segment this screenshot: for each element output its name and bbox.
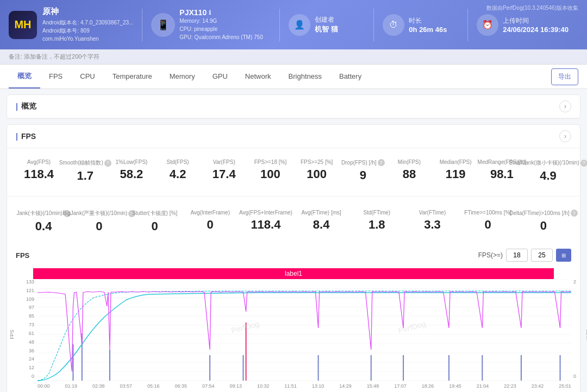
tab-network[interactable]: Network	[236, 66, 280, 88]
fps-chart-header: FPS FPS(>=) ⊞	[7, 244, 580, 266]
fps-metric-FPS__25____: FPS>=25 [%]100	[294, 155, 340, 187]
app-icon: MH	[9, 11, 37, 39]
help-icon[interactable]: ?	[378, 159, 385, 166]
upload-section: ⏰ 上传时间 24/06/2024 16:39:40	[477, 14, 569, 36]
svg-text:PerfDog: PerfDog	[397, 319, 427, 335]
fps-legend: FPS Smooth 1%Low(FPS) SmallJank Jank Big…	[7, 390, 580, 392]
fps-chart-title: FPS	[16, 251, 29, 260]
duration-section: ⏱ 时长 0h 26m 46s	[383, 14, 459, 36]
fps-chart-wrapper: label1 13312110997857361483624120 20 FPS…	[7, 266, 580, 390]
fps-metrics-row2: Jank(卡顿)(/10min)?0.4BigJank(严重卡顿)(/10min…	[7, 199, 580, 244]
tab-temperature[interactable]: Temperature	[104, 66, 161, 88]
fps-controls: FPS(>=) ⊞	[478, 249, 571, 262]
duration-label: 时长	[409, 16, 447, 26]
tab-brightness[interactable]: Brightness	[280, 66, 330, 88]
fps-metric-Delta_FTime__100ms___h_: Delta(FTime)>100ms [/h]?0	[516, 205, 571, 238]
app-package: com.miHoYo.Yuanshen	[42, 35, 133, 43]
device-memory: Memory: 14.9G	[179, 17, 263, 25]
fps-metric-Drop_FPS____h_: Drop(FPS) [/h]?9	[340, 155, 386, 187]
tab-battery[interactable]: Battery	[330, 66, 370, 88]
fps-metric-Std_FPS_: Std(FPS)4.2	[155, 155, 201, 187]
fps-metric-Median_FPS_: Median(FPS)119	[433, 155, 479, 187]
help-icon[interactable]: ?	[571, 210, 578, 217]
tab-memory[interactable]: Memory	[161, 66, 204, 88]
tab-cpu[interactable]: CPU	[71, 66, 103, 88]
fps-title: FPS	[16, 132, 36, 141]
fps-section: FPS › Avg(FPS)118.4Smooth(稳帧指数)?1.71%Low…	[7, 124, 580, 392]
device-cpu: CPU: pineapple	[179, 25, 263, 33]
x-axis: 00:0001:1902:3803:5705:1606:3507:5409:13…	[38, 382, 571, 390]
app-name: 原神	[42, 7, 133, 17]
tab-gpu[interactable]: GPU	[204, 66, 236, 88]
app-version-name: Android版本名: 4.7.0_23093867_23...	[42, 18, 133, 27]
svg-text:PerfDog: PerfDog	[230, 319, 260, 335]
duration-icon: ⏱	[383, 14, 404, 36]
fps-metric-1_Low_FPS_: 1%Low(FPS)58.2	[108, 155, 154, 187]
fps-toggle[interactable]: ›	[559, 130, 571, 142]
creator-icon: 👤	[289, 14, 310, 36]
fps-metric-Smooth______: Smooth(稳帧指数)?1.7	[62, 155, 108, 187]
upload-value: 24/06/2024 16:39:40	[503, 26, 569, 34]
device-section: 📱 PJX110 ℹ Memory: 14.9G CPU: pineapple …	[151, 8, 271, 41]
header-divider-2	[279, 9, 280, 41]
upload-label: 上传时间	[503, 16, 569, 26]
y-axis-left: 13312110997857361483624120	[11, 279, 34, 379]
note-placeholder: 备注: 添加备注，不超过200个字符	[9, 53, 99, 60]
chart-label-banner: label1	[33, 268, 554, 279]
overview-toggle[interactable]: ›	[559, 100, 571, 112]
tab-fps[interactable]: FPS	[40, 66, 71, 88]
fps-threshold-2[interactable]	[531, 249, 553, 262]
fps-metric-Avg_FPS_InterFrame_: Avg(FPS+InterFrame)118.4	[238, 205, 294, 238]
fps-metrics-row1: Avg(FPS)118.4Smooth(稳帧指数)?1.71%Low(FPS)5…	[7, 148, 580, 194]
fps-y-label: FPS	[9, 330, 15, 339]
creator-value: 机智 猫	[315, 24, 338, 34]
overview-section: 概览 ›	[7, 94, 580, 119]
fps-metric-Stutter_________: Stutter(卡顿度) [%]0	[127, 205, 182, 238]
fps-metric-SmallJank________10min_: SmallJank(微小卡顿)(/10min)?4.9	[525, 155, 571, 187]
app-version-code: Android版本号: 809	[42, 27, 133, 35]
fps-ge-label: FPS(>=)	[478, 251, 503, 259]
fps-metric-Var_FTime_: Var(FTime)3.3	[404, 205, 460, 238]
header-divider-1	[142, 9, 142, 41]
tabs-bar: 概览 FPS CPU Temperature Memory GPU Networ…	[0, 65, 587, 89]
fps-metric-FTime__100ms____: FTime>=100ms [%]0	[460, 205, 516, 238]
fps-metric-FPS__18____: FPS>=18 [%]100	[247, 155, 294, 187]
fps-chart-svg: PerfDog PerfDog	[38, 279, 571, 382]
header-divider-4	[467, 9, 468, 41]
watermark: 数据由PerfDog(10.3.240546)版本收集	[486, 4, 578, 12]
fps-threshold-1[interactable]	[506, 249, 528, 262]
fps-metric-Std_FTime_: Std(FTime)1.8	[349, 205, 404, 238]
creator-section: 👤 创建者 机智 猫	[289, 14, 365, 36]
device-name: PJX110 ℹ	[179, 8, 263, 17]
upload-icon: ⏰	[477, 14, 498, 36]
overview-title: 概览	[16, 102, 36, 111]
duration-value: 0h 26m 46s	[409, 26, 447, 34]
fps-metric-Avg_FTime___ms_: Avg(FTime) [ms]8.4	[294, 205, 349, 238]
fps-metric-Min_FPS_: Min(FPS)88	[386, 155, 432, 187]
y-axis-right: 20	[573, 279, 586, 379]
tab-overview[interactable]: 概览	[9, 65, 40, 88]
fps-metric-BigJank________10min_: BigJank(严重卡顿)(/10min)?0	[71, 205, 127, 238]
chart-view-toggle[interactable]: ⊞	[556, 249, 571, 262]
device-gpu: GPU: Qualcomm Adreno (TM) 750	[179, 33, 263, 41]
fps-metric-Var_FPS_: Var(FPS)17.4	[201, 155, 247, 187]
jank-y-label: Jank	[585, 329, 587, 339]
app-info: MH 原神 Android版本名: 4.7.0_23093867_23... A…	[9, 7, 133, 43]
note-bar[interactable]: 备注: 添加备注，不超过200个字符	[0, 49, 587, 65]
creator-label: 创建者	[315, 15, 338, 24]
metrics-divider	[7, 196, 580, 197]
fps-metric-Avg_FPS_: Avg(FPS)118.4	[16, 155, 62, 187]
fps-metric-Avg_InterFrame_: Avg(InterFrame)0	[183, 205, 238, 238]
header-divider-3	[373, 9, 374, 41]
help-icon[interactable]: ?	[580, 160, 587, 167]
device-icon: 📱	[151, 13, 175, 37]
export-button[interactable]: 导出	[551, 68, 578, 85]
